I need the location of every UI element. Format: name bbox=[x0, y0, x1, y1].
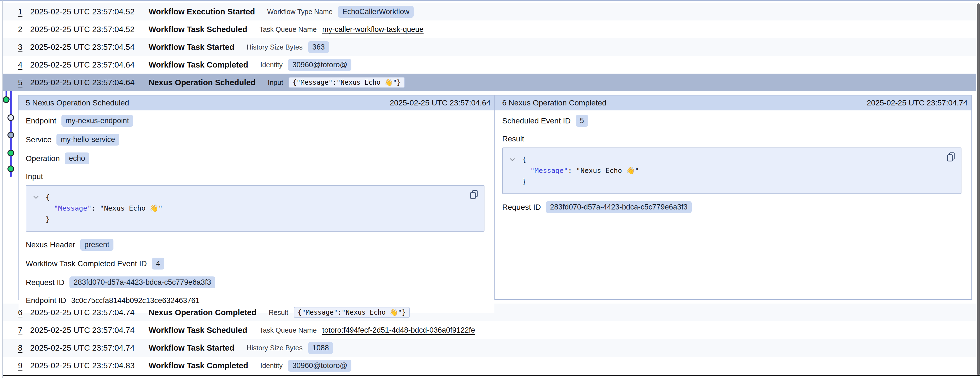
event-time: 2025-02-25 UTC 23:57:04.74 bbox=[30, 343, 149, 352]
json-key: "Message" bbox=[530, 167, 568, 175]
panel-header: 5 Nexus Operation Scheduled 2025-02-25 U… bbox=[19, 96, 495, 110]
json-line: { bbox=[509, 154, 954, 165]
field-operation: Operation echo bbox=[26, 153, 487, 164]
event-id-link[interactable]: 1 bbox=[18, 7, 30, 16]
json-line: } bbox=[33, 214, 477, 225]
json-kv: "Message": "Nexus Echo 👋" bbox=[522, 165, 639, 176]
event-name: Nexus Operation Completed bbox=[149, 308, 256, 317]
event-history-table: 1 2025-02-25 UTC 23:57:04.52 Workflow Ex… bbox=[3, 3, 976, 375]
event-id-link[interactable]: 9 bbox=[18, 361, 30, 370]
json-separator: : bbox=[91, 204, 100, 212]
attr-label: Result bbox=[269, 309, 288, 317]
event-time: 2025-02-25 UTC 23:57:04.54 bbox=[30, 43, 149, 52]
field-value-badge: 5 bbox=[576, 115, 588, 127]
panel-title: 5 Nexus Operation Scheduled bbox=[26, 99, 129, 107]
event-name: Workflow Task Started bbox=[149, 343, 234, 352]
endpoint-id-link[interactable]: 3c0c75ccfa8144b092c13ce632463761 bbox=[71, 297, 199, 305]
copy-icon[interactable] bbox=[947, 152, 955, 163]
event-id-link[interactable]: 3 bbox=[18, 43, 30, 52]
json-open-brace: { bbox=[46, 192, 50, 203]
attr-label: Input bbox=[268, 78, 283, 87]
event-row-1[interactable]: 1 2025-02-25 UTC 23:57:04.52 Workflow Ex… bbox=[3, 3, 976, 21]
field-value-badge: 283fd070-d57a-4423-bdca-c5c779e6a3f3 bbox=[546, 201, 692, 213]
field-label: Endpoint bbox=[26, 116, 56, 125]
json-line: "Message": "Nexus Echo 👋" bbox=[33, 203, 477, 214]
event-row-7[interactable]: 7 2025-02-25 UTC 23:57:04.74 Workflow Ta… bbox=[3, 321, 976, 339]
attr-label: Task Queue Name bbox=[259, 26, 317, 33]
attr-value-badge: 363 bbox=[308, 41, 329, 53]
json-close-brace: } bbox=[522, 176, 526, 187]
event-name: Workflow Task Scheduled bbox=[149, 25, 247, 34]
panel-body: Endpoint my-nexus-endpoint Service my-he… bbox=[19, 110, 495, 313]
field-label: Input bbox=[26, 172, 43, 181]
json-kv: "Message": "Nexus Echo 👋" bbox=[46, 203, 162, 214]
event-id-link[interactable]: 8 bbox=[18, 343, 30, 352]
attr-label: Workflow Type Name bbox=[267, 8, 333, 16]
event-time: 2025-02-25 UTC 23:57:04.64 bbox=[30, 78, 149, 87]
event-id-link[interactable]: 2 bbox=[18, 25, 30, 34]
input-json-viewer: { "Message": "Nexus Echo 👋" } bbox=[26, 185, 484, 231]
task-queue-link[interactable]: totoro:f494fecf-2d51-4d48-bdcd-036a0f912… bbox=[322, 326, 475, 335]
field-label: Endpoint ID bbox=[26, 296, 66, 305]
chevron-down-icon[interactable] bbox=[33, 195, 46, 199]
attr-label: Identity bbox=[260, 362, 283, 370]
json-open-brace: { bbox=[522, 154, 526, 165]
attr-value-json-badge: {"Message":"Nexus Echo 👋"} bbox=[289, 77, 404, 88]
panel-header: 6 Nexus Operation Completed 2025-02-25 U… bbox=[495, 96, 971, 110]
event-name: Nexus Operation Scheduled bbox=[149, 78, 256, 87]
field-label: Service bbox=[26, 135, 51, 144]
field-nexus-header: Nexus Header present bbox=[26, 239, 487, 251]
event-time: 2025-02-25 UTC 23:57:04.52 bbox=[30, 7, 149, 16]
event-name: Workflow Execution Started bbox=[149, 7, 255, 16]
panel-timestamp: 2025-02-25 UTC 23:57:04.64 bbox=[390, 99, 490, 107]
event-name: Workflow Task Completed bbox=[149, 60, 248, 69]
event-row-8[interactable]: 8 2025-02-25 UTC 23:57:04.74 Workflow Ta… bbox=[3, 339, 976, 357]
attr-label: History Size Bytes bbox=[247, 43, 303, 51]
field-value-badge: 283fd070-d57a-4423-bdca-c5c779e6a3f3 bbox=[70, 276, 215, 288]
attr-value-badge: 1088 bbox=[308, 342, 333, 354]
field-scheduled-event-id: Scheduled Event ID 5 bbox=[502, 115, 964, 127]
event-row-4[interactable]: 4 2025-02-25 UTC 23:57:04.64 Workflow Ta… bbox=[3, 56, 976, 73]
event-row-3[interactable]: 3 2025-02-25 UTC 23:57:04.54 Workflow Ta… bbox=[3, 38, 976, 56]
field-label: Scheduled Event ID bbox=[502, 116, 571, 125]
field-label: Request ID bbox=[26, 278, 64, 287]
field-request-id: Request ID 283fd070-d57a-4423-bdca-c5c77… bbox=[502, 201, 964, 213]
json-close-brace: } bbox=[46, 214, 50, 225]
field-label: Workflow Task Completed Event ID bbox=[26, 259, 147, 268]
attr-value-json-badge: {"Message":"Nexus Echo 👋"} bbox=[294, 307, 410, 318]
task-queue-link[interactable]: my-caller-workflow-task-queue bbox=[322, 25, 423, 34]
field-label: Result bbox=[502, 134, 524, 144]
json-key: "Message" bbox=[54, 204, 91, 212]
field-value-badge: echo bbox=[65, 153, 89, 164]
field-label: Nexus Header bbox=[26, 241, 75, 249]
copy-icon[interactable] bbox=[469, 190, 478, 200]
event-row-2[interactable]: 2 2025-02-25 UTC 23:57:04.52 Workflow Ta… bbox=[3, 21, 976, 38]
panel-nexus-operation-completed: 6 Nexus Operation Completed 2025-02-25 U… bbox=[495, 96, 971, 299]
event-id-link[interactable]: 4 bbox=[18, 60, 30, 69]
vertical-scrollbar[interactable] bbox=[977, 3, 980, 375]
field-value-badge: present bbox=[80, 239, 113, 251]
field-request-id: Request ID 283fd070-d57a-4423-bdca-c5c77… bbox=[26, 276, 487, 288]
bottom-divider bbox=[3, 375, 980, 376]
chevron-down-icon[interactable] bbox=[509, 158, 522, 162]
event-time: 2025-02-25 UTC 23:57:04.74 bbox=[30, 308, 149, 317]
field-value-badge: 4 bbox=[152, 258, 164, 270]
json-separator: : bbox=[568, 167, 576, 175]
event-id-link[interactable]: 5 bbox=[18, 78, 30, 87]
event-row-9[interactable]: 9 2025-02-25 UTC 23:57:04.83 Workflow Ta… bbox=[3, 357, 976, 375]
attr-label: Identity bbox=[260, 61, 283, 69]
attr-value-badge: 30960@totoro@ bbox=[288, 59, 352, 71]
attr-value-badge: 30960@totoro@ bbox=[288, 360, 352, 372]
panel-nexus-operation-scheduled: 5 Nexus Operation Scheduled 2025-02-25 U… bbox=[19, 96, 495, 299]
field-input: Input bbox=[26, 171, 487, 182]
result-json-viewer: { "Message": "Nexus Echo 👋" } bbox=[502, 147, 961, 194]
event-row-5-selected[interactable]: 5 2025-02-25 UTC 23:57:04.64 Nexus Opera… bbox=[3, 73, 976, 91]
attr-label: Task Queue Name bbox=[259, 326, 317, 334]
event-name: Workflow Task Scheduled bbox=[149, 326, 247, 335]
event-id-link[interactable]: 6 bbox=[18, 308, 30, 317]
event-id-link[interactable]: 7 bbox=[18, 326, 30, 335]
event-time: 2025-02-25 UTC 23:57:04.52 bbox=[30, 25, 149, 34]
panel-timestamp: 2025-02-25 UTC 23:57:04.74 bbox=[867, 99, 967, 107]
event-time: 2025-02-25 UTC 23:57:04.74 bbox=[30, 326, 149, 335]
field-label: Request ID bbox=[502, 203, 541, 212]
